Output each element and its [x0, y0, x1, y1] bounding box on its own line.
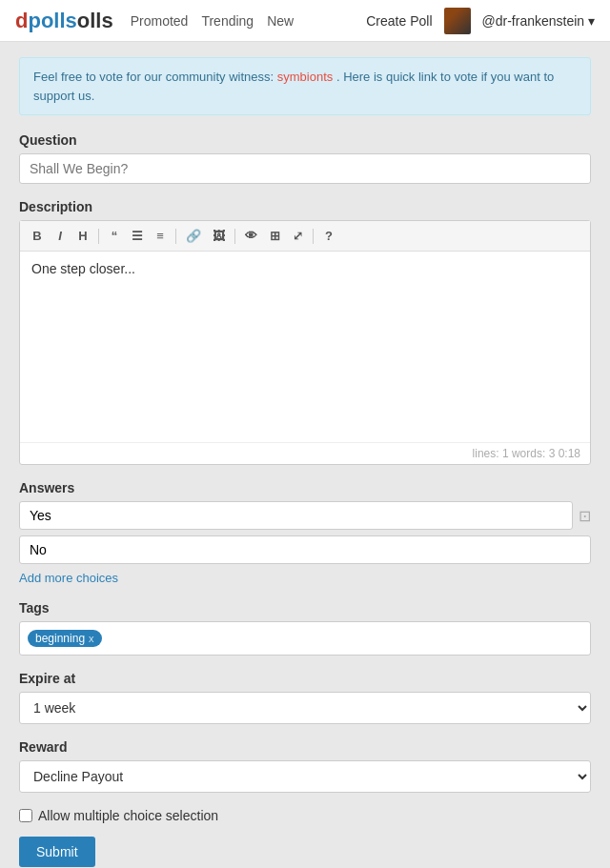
toolbar-sep-2	[175, 229, 176, 244]
logo-polls: polls	[28, 9, 76, 32]
answer-row-1	[19, 535, 591, 564]
header: dpollsolls Promoted Trending New Create …	[0, 0, 610, 42]
answer-input-no[interactable]	[19, 535, 591, 564]
expire-label: Expire at	[19, 671, 591, 686]
logo[interactable]: dpollsolls	[15, 9, 113, 33]
tag-label: beginning	[35, 632, 85, 645]
link-button[interactable]: 🔗	[182, 227, 205, 245]
editor-body[interactable]: One step closer...	[20, 252, 590, 442]
image-button[interactable]: 🖼	[209, 227, 229, 245]
description-section: Description B I H “ ☰ ≡ 🔗 🖼 👁 ⊞ ⤢ ?	[19, 199, 591, 465]
answer-row-0: ⊡	[19, 501, 591, 530]
community-banner: Feel free to vote for our community witn…	[19, 57, 591, 115]
nav-trending[interactable]: Trending	[201, 13, 254, 29]
preview-button[interactable]: 👁	[241, 227, 261, 245]
fullscreen-button[interactable]: ⤢	[288, 227, 307, 245]
submit-button[interactable]: Submit	[19, 837, 95, 867]
question-input[interactable]	[19, 153, 591, 184]
bold-button[interactable]: B	[28, 227, 47, 245]
heading-button[interactable]: H	[73, 227, 92, 245]
tag-beginning: beginning x	[28, 630, 102, 647]
quote-button[interactable]: “	[105, 227, 124, 245]
add-more-choices-link[interactable]: Add more choices	[19, 571, 118, 585]
tags-label: Tags	[19, 600, 591, 616]
tags-container[interactable]: beginning x	[19, 621, 591, 656]
answer-input-yes[interactable]	[19, 501, 573, 530]
ul-button[interactable]: ☰	[128, 227, 147, 245]
editor-toolbar: B I H “ ☰ ≡ 🔗 🖼 👁 ⊞ ⤢ ?	[20, 221, 590, 252]
toolbar-sep-3	[234, 229, 235, 244]
header-right: Create Poll @dr-frankenstein ▾	[366, 8, 595, 34]
multiple-choice-label: Allow multiple choice selection	[38, 808, 218, 823]
description-label: Description	[19, 199, 591, 214]
nav-promoted[interactable]: Promoted	[131, 13, 189, 29]
user-name[interactable]: @dr-frankenstein ▾	[482, 13, 595, 29]
question-label: Question	[19, 132, 591, 148]
tags-section: Tags beginning x	[19, 600, 591, 656]
create-poll-button[interactable]: Create Poll	[366, 13, 432, 29]
guide-button[interactable]: ?	[319, 227, 338, 245]
banner-link[interactable]: symbionts	[277, 70, 334, 84]
italic-button[interactable]: I	[51, 227, 70, 245]
toolbar-sep-1	[98, 229, 99, 244]
nav-new[interactable]: New	[267, 13, 294, 29]
answers-label: Answers	[19, 480, 591, 495]
editor-content: One step closer...	[31, 261, 135, 276]
reward-select[interactable]: Decline Payout 50% SBD / 50% SP Power Up…	[19, 760, 591, 793]
avatar-image	[444, 8, 471, 34]
editor-container: B I H “ ☰ ≡ 🔗 🖼 👁 ⊞ ⤢ ? One step closer.…	[19, 220, 591, 465]
nav: Promoted Trending New	[131, 13, 367, 29]
side-by-side-button[interactable]: ⊞	[265, 227, 284, 245]
answers-section: Answers ⊡ Add more choices	[19, 480, 591, 585]
question-section: Question	[19, 132, 591, 184]
tag-remove-button[interactable]: x	[89, 633, 94, 644]
avatar	[444, 8, 471, 34]
expire-section: Expire at 1 week 1 day 2 weeks 1 month N…	[19, 671, 591, 724]
multiple-choice-row: Allow multiple choice selection	[19, 808, 591, 823]
multiple-choice-checkbox[interactable]	[19, 809, 32, 822]
toolbar-sep-4	[313, 229, 314, 244]
banner-text-before: Feel free to vote for our community witn…	[33, 70, 274, 84]
reward-label: Reward	[19, 739, 591, 755]
logo-d: d	[15, 9, 28, 32]
main-content: Feel free to vote for our community witn…	[0, 42, 610, 868]
editor-stats: lines: 1 words: 3 0:18	[473, 447, 580, 460]
answer-copy-icon[interactable]: ⊡	[579, 507, 591, 525]
expire-select[interactable]: 1 week 1 day 2 weeks 1 month Never	[19, 692, 591, 724]
editor-footer: lines: 1 words: 3 0:18	[20, 442, 590, 464]
ol-button[interactable]: ≡	[151, 227, 170, 245]
reward-section: Reward Decline Payout 50% SBD / 50% SP P…	[19, 739, 591, 793]
